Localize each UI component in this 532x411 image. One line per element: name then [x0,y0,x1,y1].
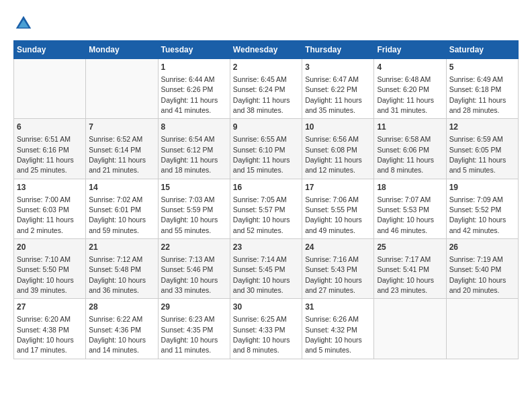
day-number: 9 [233,122,299,133]
day-number: 4 [377,62,443,73]
day-info: Sunrise: 6:23 AM Sunset: 4:35 PM Dayligh… [161,315,218,354]
day-number: 22 [161,242,227,253]
calendar-header-row: SundayMondayTuesdayWednesdayThursdayFrid… [14,41,519,59]
day-info: Sunrise: 6:56 AM Sunset: 6:08 PM Dayligh… [305,135,362,174]
day-info: Sunrise: 6:20 AM Sunset: 4:38 PM Dayligh… [17,315,74,354]
day-info: Sunrise: 7:16 AM Sunset: 5:43 PM Dayligh… [305,255,362,294]
day-number: 23 [233,242,299,253]
day-number: 12 [449,122,515,133]
day-info: Sunrise: 7:09 AM Sunset: 5:52 PM Dayligh… [449,195,506,234]
day-number: 28 [89,302,154,313]
day-number: 26 [449,242,515,253]
day-info: Sunrise: 7:13 AM Sunset: 5:46 PM Dayligh… [161,255,218,294]
day-info: Sunrise: 7:05 AM Sunset: 5:57 PM Dayligh… [233,195,290,234]
calendar-cell [374,299,446,359]
day-info: Sunrise: 6:51 AM Sunset: 6:16 PM Dayligh… [17,135,74,174]
calendar-cell: 7Sunrise: 6:52 AM Sunset: 6:14 PM Daylig… [86,119,158,179]
calendar-day-header: Friday [374,41,446,59]
calendar-cell: 29Sunrise: 6:23 AM Sunset: 4:35 PM Dayli… [158,299,230,359]
calendar-cell: 21Sunrise: 7:12 AM Sunset: 5:48 PM Dayli… [86,239,158,299]
calendar-day-header: Tuesday [158,41,230,59]
day-info: Sunrise: 7:02 AM Sunset: 6:01 PM Dayligh… [89,195,146,234]
calendar-cell: 12Sunrise: 6:59 AM Sunset: 6:05 PM Dayli… [446,119,518,179]
day-info: Sunrise: 6:25 AM Sunset: 4:33 PM Dayligh… [233,315,290,354]
calendar-week-row: 1Sunrise: 6:44 AM Sunset: 6:26 PM Daylig… [14,59,519,119]
day-number: 31 [305,302,371,313]
day-number: 27 [17,302,83,313]
day-number: 11 [377,122,443,133]
day-number: 8 [161,122,227,133]
calendar-cell: 4Sunrise: 6:48 AM Sunset: 6:20 PM Daylig… [374,59,446,119]
day-info: Sunrise: 7:19 AM Sunset: 5:40 PM Dayligh… [449,255,506,294]
day-number: 2 [233,62,299,73]
day-number: 5 [449,62,515,73]
calendar-cell: 6Sunrise: 6:51 AM Sunset: 6:16 PM Daylig… [14,119,86,179]
calendar-cell: 14Sunrise: 7:02 AM Sunset: 6:01 PM Dayli… [86,179,158,238]
calendar-day-header: Thursday [302,41,374,59]
calendar-cell: 15Sunrise: 7:03 AM Sunset: 5:59 PM Dayli… [158,179,230,238]
day-number: 25 [377,242,443,253]
calendar-cell: 1Sunrise: 6:44 AM Sunset: 6:26 PM Daylig… [158,59,230,119]
day-number: 21 [89,242,154,253]
day-info: Sunrise: 6:55 AM Sunset: 6:10 PM Dayligh… [233,135,290,174]
day-info: Sunrise: 6:45 AM Sunset: 6:24 PM Dayligh… [233,75,290,114]
day-number: 29 [161,302,227,313]
day-number: 13 [17,182,83,193]
day-number: 10 [305,122,371,133]
calendar-cell: 25Sunrise: 7:17 AM Sunset: 5:41 PM Dayli… [374,239,446,299]
day-info: Sunrise: 7:17 AM Sunset: 5:41 PM Dayligh… [377,255,434,294]
calendar-cell: 11Sunrise: 6:58 AM Sunset: 6:06 PM Dayli… [374,119,446,179]
day-number: 1 [161,62,227,73]
page-header [13,13,519,34]
calendar-cell: 8Sunrise: 6:54 AM Sunset: 6:12 PM Daylig… [158,119,230,179]
day-number: 19 [449,182,515,193]
calendar-week-row: 20Sunrise: 7:10 AM Sunset: 5:50 PM Dayli… [14,239,519,299]
calendar-cell: 30Sunrise: 6:25 AM Sunset: 4:33 PM Dayli… [230,299,302,359]
calendar-day-header: Saturday [446,41,518,59]
day-number: 30 [233,302,299,313]
day-info: Sunrise: 6:22 AM Sunset: 4:36 PM Dayligh… [89,315,146,354]
day-info: Sunrise: 7:14 AM Sunset: 5:45 PM Dayligh… [233,255,290,294]
calendar-cell: 18Sunrise: 7:07 AM Sunset: 5:53 PM Dayli… [374,179,446,238]
calendar-cell: 28Sunrise: 6:22 AM Sunset: 4:36 PM Dayli… [86,299,158,359]
day-number: 14 [89,182,154,193]
calendar-day-header: Wednesday [230,41,302,59]
day-number: 6 [17,122,83,133]
calendar-cell [446,299,518,359]
day-number: 16 [233,182,299,193]
day-info: Sunrise: 6:49 AM Sunset: 6:18 PM Dayligh… [449,75,506,114]
day-number: 20 [17,242,83,253]
calendar-cell: 2Sunrise: 6:45 AM Sunset: 6:24 PM Daylig… [230,59,302,119]
calendar-day-header: Monday [86,41,158,59]
day-number: 17 [305,182,371,193]
day-info: Sunrise: 6:54 AM Sunset: 6:12 PM Dayligh… [161,135,218,174]
calendar-cell: 16Sunrise: 7:05 AM Sunset: 5:57 PM Dayli… [230,179,302,238]
calendar-cell [86,59,158,119]
calendar-day-header: Sunday [14,41,86,59]
day-info: Sunrise: 6:58 AM Sunset: 6:06 PM Dayligh… [377,135,434,174]
day-info: Sunrise: 7:00 AM Sunset: 6:03 PM Dayligh… [17,195,74,234]
calendar-week-row: 6Sunrise: 6:51 AM Sunset: 6:16 PM Daylig… [14,119,519,179]
day-info: Sunrise: 6:26 AM Sunset: 4:32 PM Dayligh… [305,315,362,354]
calendar-cell: 27Sunrise: 6:20 AM Sunset: 4:38 PM Dayli… [14,299,86,359]
calendar-cell: 5Sunrise: 6:49 AM Sunset: 6:18 PM Daylig… [446,59,518,119]
calendar-cell: 17Sunrise: 7:06 AM Sunset: 5:55 PM Dayli… [302,179,374,238]
day-number: 24 [305,242,371,253]
calendar-cell: 22Sunrise: 7:13 AM Sunset: 5:46 PM Dayli… [158,239,230,299]
calendar-cell: 10Sunrise: 6:56 AM Sunset: 6:08 PM Dayli… [302,119,374,179]
day-info: Sunrise: 6:47 AM Sunset: 6:22 PM Dayligh… [305,75,362,114]
calendar-week-row: 13Sunrise: 7:00 AM Sunset: 6:03 PM Dayli… [14,179,519,238]
day-info: Sunrise: 6:44 AM Sunset: 6:26 PM Dayligh… [161,75,218,114]
calendar-cell: 31Sunrise: 6:26 AM Sunset: 4:32 PM Dayli… [302,299,374,359]
day-number: 7 [89,122,154,133]
calendar-week-row: 27Sunrise: 6:20 AM Sunset: 4:38 PM Dayli… [14,299,519,359]
calendar-cell: 23Sunrise: 7:14 AM Sunset: 5:45 PM Dayli… [230,239,302,299]
day-number: 3 [305,62,371,73]
logo [13,13,36,34]
calendar-cell [14,59,86,119]
calendar-cell: 13Sunrise: 7:00 AM Sunset: 6:03 PM Dayli… [14,179,86,238]
calendar-cell: 19Sunrise: 7:09 AM Sunset: 5:52 PM Dayli… [446,179,518,238]
day-number: 15 [161,182,227,193]
calendar-cell: 24Sunrise: 7:16 AM Sunset: 5:43 PM Dayli… [302,239,374,299]
day-number: 18 [377,182,443,193]
